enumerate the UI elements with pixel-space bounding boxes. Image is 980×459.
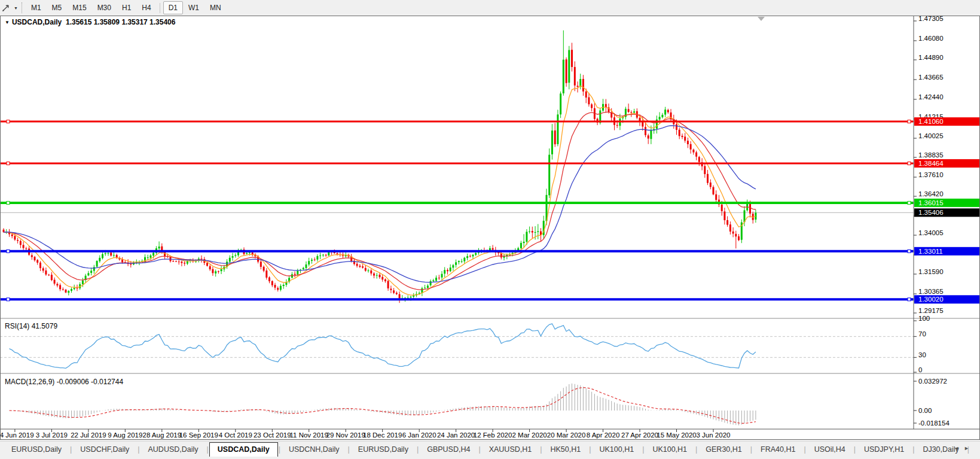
svg-text:24 Jan 2020: 24 Jan 2020 (437, 431, 475, 439)
axis-price-label-1.36015: 1.36015 (914, 199, 979, 207)
tab-usdcnh-daily[interactable]: USDCNH,Daily (281, 443, 347, 455)
tab-separator: | (207, 445, 209, 454)
tab-usdchf-daily[interactable]: USDCHF,Daily (72, 443, 137, 455)
tab-separator: | (854, 445, 856, 454)
svg-text:2 Mar 2020: 2 Mar 2020 (512, 431, 547, 439)
tab-eurusd-daily[interactable]: EURUSD,Daily (350, 443, 416, 455)
svg-text:1.30365: 1.30365 (918, 288, 944, 295)
svg-text:1.37610: 1.37610 (918, 171, 944, 178)
svg-text:1.31590: 1.31590 (918, 268, 944, 275)
symbol-tab-bar: EURUSD,Daily|USDCHF,Daily|AUDUSD,Daily|U… (0, 441, 980, 457)
svg-text:1.40025: 1.40025 (918, 132, 944, 139)
timeframe-button-m5[interactable]: M5 (47, 1, 68, 14)
horizontal-level-line-1.36015[interactable] (0, 201, 914, 204)
svg-text:1.43665: 1.43665 (918, 74, 944, 81)
timeframe-button-h1[interactable]: H1 (117, 1, 136, 14)
timeframe-buttons: M1M5M15M30H1H4D1W1MN (26, 1, 227, 14)
tab-eurusd-daily[interactable]: EURUSD,Daily (4, 443, 69, 455)
svg-text:0.00: 0.00 (918, 407, 932, 414)
tab-usdcad-daily[interactable]: USDCAD,Daily (209, 442, 278, 457)
chart-background (0, 16, 980, 440)
svg-text:3 Jun 2020: 3 Jun 2020 (697, 431, 731, 439)
svg-text:1.46080: 1.46080 (918, 35, 944, 42)
svg-text:1.35406: 1.35406 (918, 209, 944, 216)
tab-scroll-right-icon[interactable]: ► (964, 445, 974, 451)
tab-ger30-h1[interactable]: GER30,H1 (698, 443, 749, 455)
tab-xauusd-h1[interactable]: XAUUSD,H1 (481, 443, 540, 455)
svg-text:1.30020: 1.30020 (918, 296, 944, 303)
tab-fra40-h1[interactable]: FRA40,H1 (753, 443, 803, 455)
svg-text:16 Sep 2019: 16 Sep 2019 (179, 431, 218, 439)
svg-text:3 Jul 2019: 3 Jul 2019 (36, 431, 68, 439)
tab-hk50-h1[interactable]: HK50,H1 (542, 443, 588, 455)
svg-text:0.032972: 0.032972 (918, 378, 947, 385)
toolbar-separator (160, 3, 160, 13)
cursor-tool-dropdown-icon[interactable]: ▼ (14, 6, 18, 10)
svg-text:1.38464: 1.38464 (918, 160, 944, 167)
timeframe-button-h4[interactable]: H4 (136, 1, 156, 14)
horizontal-level-line-1.33011[interactable] (0, 250, 914, 253)
tab-separator: | (589, 445, 591, 454)
timeframe-button-w1[interactable]: W1 (183, 1, 204, 14)
tab-separator: | (695, 445, 697, 454)
tab-separator: | (642, 445, 644, 454)
tab-separator: | (912, 445, 914, 454)
svg-text:0: 0 (918, 366, 922, 373)
chart-collapse-icon[interactable]: ▼ (5, 20, 10, 25)
svg-text:1.36420: 1.36420 (918, 190, 944, 197)
svg-text:1.44890: 1.44890 (918, 54, 944, 61)
tab-separator: | (279, 445, 280, 454)
svg-text:23 Oct 2019: 23 Oct 2019 (254, 431, 291, 439)
svg-text:22 Jul 2019: 22 Jul 2019 (71, 431, 106, 439)
tab-separator: | (348, 445, 350, 454)
tab-gbpusd-h4[interactable]: GBPUSD,H4 (419, 443, 478, 455)
chart-title: ▼USDCAD,Daily 1.35615 1.35809 1.35317 1.… (5, 18, 175, 26)
timeframe-button-m30[interactable]: M30 (92, 1, 117, 14)
svg-text:14 Jun 2019: 14 Jun 2019 (0, 431, 34, 439)
svg-text:28 Aug 2019: 28 Aug 2019 (143, 431, 182, 439)
svg-text:1.41060: 1.41060 (918, 118, 944, 125)
svg-text:1.38835: 1.38835 (918, 151, 944, 159)
tab-separator: | (750, 445, 752, 454)
tab-separator: | (804, 445, 805, 454)
chart-canvas[interactable]: 1.473051.460801.448901.436651.424401.412… (0, 16, 980, 440)
tab-usdjpy-h1[interactable]: USDJPY,H1 (856, 443, 912, 455)
svg-text:70: 70 (918, 330, 926, 338)
tab-separator: | (478, 445, 480, 454)
tab-scroll-arrows: ◄► (954, 445, 974, 451)
horizontal-level-line-1.30020[interactable] (0, 298, 914, 301)
timeframe-button-d1[interactable]: D1 (163, 1, 183, 14)
axis-price-label-1.30020: 1.30020 (914, 295, 979, 303)
axis-price-label-1.35406: 1.35406 (914, 208, 979, 217)
chart-window[interactable]: 1.473051.460801.448901.436651.424401.412… (0, 16, 980, 440)
rsi-indicator-label: RSI(14) 41.5079 (5, 322, 57, 330)
tab-audusd-daily[interactable]: AUDUSD,Daily (141, 443, 206, 455)
tab-uk100-h1[interactable]: UK100,H1 (591, 443, 642, 455)
svg-text:1.36015: 1.36015 (918, 199, 944, 206)
svg-text:15 May 2020: 15 May 2020 (657, 431, 697, 439)
axis-price-label-1.33011: 1.33011 (914, 247, 979, 256)
svg-text:30: 30 (918, 351, 926, 358)
macd-indicator-label: MACD(12,26,9) -0.009006 -0.012744 (5, 378, 123, 386)
svg-text:18 Dec 2019: 18 Dec 2019 (363, 431, 402, 439)
tab-usoil-h4[interactable]: USOil,H4 (807, 443, 853, 455)
svg-text:100: 100 (918, 315, 930, 322)
svg-text:20 Mar 2020: 20 Mar 2020 (547, 431, 586, 439)
top-toolbar: ▼ M1M5M15M30H1H4D1W1MN (0, 0, 980, 16)
toolbar-grip[interactable] (22, 2, 22, 13)
timeframe-button-mn[interactable]: MN (204, 1, 227, 14)
tab-uk100-h1[interactable]: UK100,H1 (645, 443, 695, 455)
tab-separator: | (138, 445, 139, 454)
chart-title-ohlc: 1.35615 1.35809 1.35317 1.35406 (66, 18, 176, 26)
timeframe-button-m15[interactable]: M15 (67, 1, 91, 14)
timeframe-button-m1[interactable]: M1 (26, 1, 47, 14)
cursor-tool-icon[interactable] (0, 2, 12, 14)
axis-price-label-1.41060: 1.41060 (914, 117, 979, 126)
svg-text:1.42440: 1.42440 (918, 93, 944, 101)
svg-text:1.29175: 1.29175 (918, 307, 944, 314)
tab-scroll-left-icon[interactable]: ◄ (954, 445, 964, 451)
tab-separator: | (540, 445, 542, 454)
svg-text:1.47305: 1.47305 (918, 16, 944, 22)
chart-title-symbol: USDCAD,Daily (12, 18, 62, 26)
svg-text:11 Nov 2019: 11 Nov 2019 (290, 431, 328, 439)
